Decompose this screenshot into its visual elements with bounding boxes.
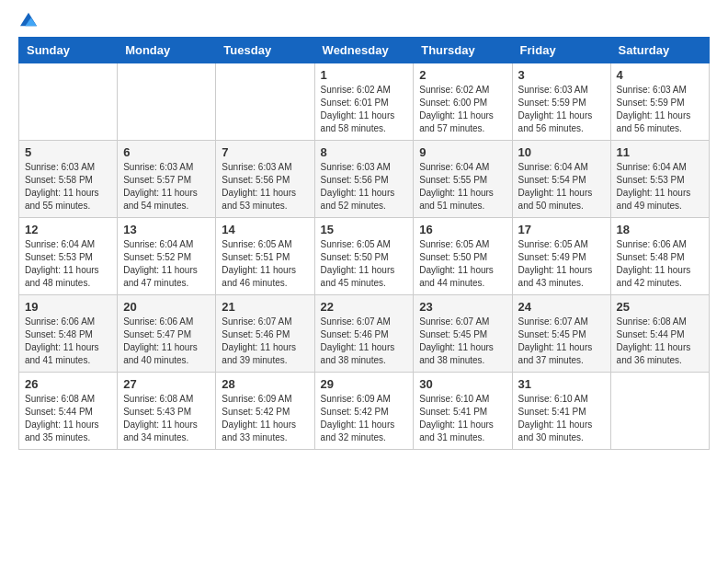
day-info: Sunrise: 6:03 AMSunset: 5:59 PMDaylight:… [617,84,703,135]
calendar-cell: 4Sunrise: 6:03 AMSunset: 5:59 PMDaylight… [610,63,709,141]
calendar-cell: 17Sunrise: 6:05 AMSunset: 5:49 PMDayligh… [512,218,610,295]
day-number: 10 [518,145,605,159]
calendar-cell: 27Sunrise: 6:08 AMSunset: 5:43 PMDayligh… [118,373,216,450]
day-info: Sunrise: 6:08 AMSunset: 5:44 PMDaylight:… [25,393,111,444]
day-info: Sunrise: 6:07 AMSunset: 5:46 PMDaylight:… [222,316,308,367]
calendar-cell: 3Sunrise: 6:03 AMSunset: 5:59 PMDaylight… [512,63,610,141]
day-number: 17 [518,223,605,236]
day-info: Sunrise: 6:10 AMSunset: 5:41 PMDaylight:… [419,393,506,444]
day-number: 13 [123,223,210,236]
day-number: 21 [222,300,308,314]
calendar-week-5: 26Sunrise: 6:08 AMSunset: 5:44 PMDayligh… [19,373,710,450]
calendar-week-1: 1Sunrise: 6:02 AMSunset: 6:01 PMDaylight… [19,63,710,141]
logo [18,18,37,28]
calendar-cell: 15Sunrise: 6:05 AMSunset: 5:50 PMDayligh… [314,218,414,295]
day-info: Sunrise: 6:03 AMSunset: 5:58 PMDaylight:… [25,161,111,213]
calendar-cell: 9Sunrise: 6:04 AMSunset: 5:55 PMDaylight… [414,141,512,218]
day-info: Sunrise: 6:04 AMSunset: 5:53 PMDaylight:… [25,238,111,290]
col-header-monday: Monday [118,38,216,63]
calendar-cell: 28Sunrise: 6:09 AMSunset: 5:42 PMDayligh… [216,373,314,450]
col-header-tuesday: Tuesday [216,38,314,63]
day-number: 30 [419,377,506,391]
day-number: 20 [123,300,210,314]
calendar-cell: 29Sunrise: 6:09 AMSunset: 5:42 PMDayligh… [314,373,414,450]
calendar-cell [610,373,709,450]
day-number: 28 [222,377,308,391]
day-number: 5 [25,145,111,159]
calendar-cell: 14Sunrise: 6:05 AMSunset: 5:51 PMDayligh… [216,218,314,295]
day-info: Sunrise: 6:10 AMSunset: 5:41 PMDaylight:… [518,393,605,444]
calendar-cell: 1Sunrise: 6:02 AMSunset: 6:01 PMDaylight… [314,63,414,141]
calendar-cell: 21Sunrise: 6:07 AMSunset: 5:46 PMDayligh… [216,295,314,373]
day-info: Sunrise: 6:03 AMSunset: 5:56 PMDaylight:… [222,161,308,213]
calendar-cell: 26Sunrise: 6:08 AMSunset: 5:44 PMDayligh… [19,373,118,450]
calendar-cell: 13Sunrise: 6:04 AMSunset: 5:52 PMDayligh… [118,218,216,295]
calendar-cell [216,63,314,141]
day-number: 29 [321,377,408,391]
day-number: 27 [123,377,210,391]
day-info: Sunrise: 6:07 AMSunset: 5:46 PMDaylight:… [321,316,408,367]
day-number: 7 [222,145,308,159]
day-number: 12 [25,223,111,236]
calendar-cell: 18Sunrise: 6:06 AMSunset: 5:48 PMDayligh… [610,218,709,295]
day-info: Sunrise: 6:04 AMSunset: 5:52 PMDaylight:… [123,238,210,290]
calendar-cell: 12Sunrise: 6:04 AMSunset: 5:53 PMDayligh… [19,218,118,295]
day-info: Sunrise: 6:04 AMSunset: 5:54 PMDaylight:… [518,161,605,213]
day-info: Sunrise: 6:04 AMSunset: 5:53 PMDaylight:… [617,161,703,213]
calendar-cell: 30Sunrise: 6:10 AMSunset: 5:41 PMDayligh… [414,373,512,450]
calendar-cell [118,63,216,141]
day-number: 31 [518,377,605,391]
day-number: 26 [25,377,111,391]
calendar-week-4: 19Sunrise: 6:06 AMSunset: 5:48 PMDayligh… [19,295,710,373]
day-info: Sunrise: 6:03 AMSunset: 5:59 PMDaylight:… [518,84,605,135]
day-info: Sunrise: 6:05 AMSunset: 5:51 PMDaylight:… [222,238,308,290]
day-number: 3 [518,68,605,82]
day-info: Sunrise: 6:05 AMSunset: 5:50 PMDaylight:… [419,238,506,290]
calendar-cell: 22Sunrise: 6:07 AMSunset: 5:46 PMDayligh… [314,295,414,373]
day-info: Sunrise: 6:06 AMSunset: 5:48 PMDaylight:… [617,238,703,290]
col-header-wednesday: Wednesday [314,38,414,63]
col-header-friday: Friday [512,38,610,63]
calendar-cell: 7Sunrise: 6:03 AMSunset: 5:56 PMDaylight… [216,141,314,218]
day-info: Sunrise: 6:03 AMSunset: 5:57 PMDaylight:… [123,161,210,213]
day-number: 15 [321,223,408,236]
day-number: 1 [321,68,408,82]
col-header-saturday: Saturday [610,38,709,63]
calendar-table: SundayMondayTuesdayWednesdayThursdayFrid… [18,37,710,450]
day-number: 16 [419,223,506,236]
calendar-cell: 2Sunrise: 6:02 AMSunset: 6:00 PMDaylight… [414,63,512,141]
day-info: Sunrise: 6:08 AMSunset: 5:44 PMDaylight:… [617,316,703,367]
calendar-cell: 16Sunrise: 6:05 AMSunset: 5:50 PMDayligh… [414,218,512,295]
calendar-cell: 11Sunrise: 6:04 AMSunset: 5:53 PMDayligh… [610,141,709,218]
day-info: Sunrise: 6:02 AMSunset: 6:01 PMDaylight:… [321,84,408,135]
day-number: 2 [419,68,506,82]
day-info: Sunrise: 6:09 AMSunset: 5:42 PMDaylight:… [321,393,408,444]
calendar-cell: 8Sunrise: 6:03 AMSunset: 5:56 PMDaylight… [314,141,414,218]
calendar-week-2: 5Sunrise: 6:03 AMSunset: 5:58 PMDaylight… [19,141,710,218]
calendar-cell: 19Sunrise: 6:06 AMSunset: 5:48 PMDayligh… [19,295,118,373]
day-number: 23 [419,300,506,314]
calendar-cell [19,63,118,141]
calendar-cell: 31Sunrise: 6:10 AMSunset: 5:41 PMDayligh… [512,373,610,450]
day-info: Sunrise: 6:08 AMSunset: 5:43 PMDaylight:… [123,393,210,444]
logo-icon [20,11,37,28]
day-number: 8 [321,145,408,159]
day-info: Sunrise: 6:09 AMSunset: 5:42 PMDaylight:… [222,393,308,444]
calendar-week-3: 12Sunrise: 6:04 AMSunset: 5:53 PMDayligh… [19,218,710,295]
calendar-cell: 5Sunrise: 6:03 AMSunset: 5:58 PMDaylight… [19,141,118,218]
calendar-cell: 20Sunrise: 6:06 AMSunset: 5:47 PMDayligh… [118,295,216,373]
day-number: 9 [419,145,506,159]
day-number: 6 [123,145,210,159]
day-info: Sunrise: 6:03 AMSunset: 5:56 PMDaylight:… [321,161,408,213]
day-info: Sunrise: 6:02 AMSunset: 6:00 PMDaylight:… [419,84,506,135]
day-number: 25 [617,300,703,314]
day-number: 18 [617,223,703,236]
calendar-cell: 6Sunrise: 6:03 AMSunset: 5:57 PMDaylight… [118,141,216,218]
day-info: Sunrise: 6:06 AMSunset: 5:48 PMDaylight:… [25,316,111,367]
day-info: Sunrise: 6:05 AMSunset: 5:49 PMDaylight:… [518,238,605,290]
day-info: Sunrise: 6:07 AMSunset: 5:45 PMDaylight:… [419,316,506,367]
col-header-thursday: Thursday [414,38,512,63]
day-info: Sunrise: 6:05 AMSunset: 5:50 PMDaylight:… [321,238,408,290]
day-number: 4 [617,68,703,82]
day-info: Sunrise: 6:06 AMSunset: 5:47 PMDaylight:… [123,316,210,367]
